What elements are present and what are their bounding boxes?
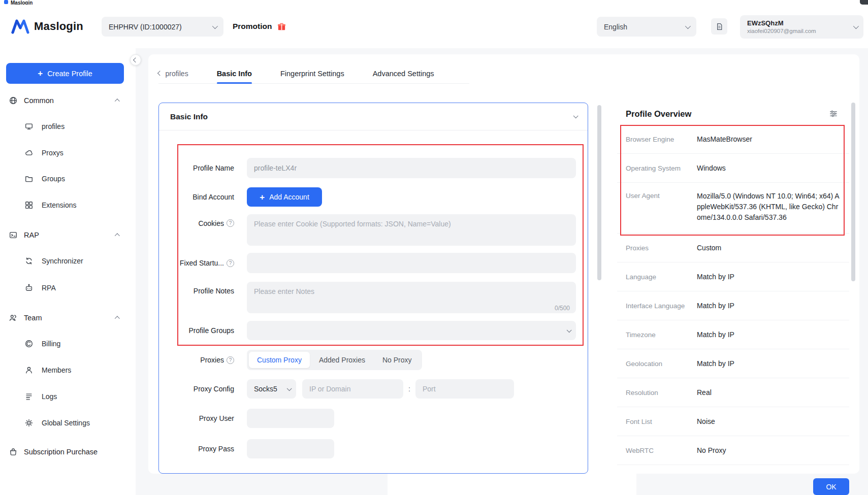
sidebar-item-label: Billing bbox=[42, 340, 60, 348]
sidebar: Create Profile Common profiles bbox=[0, 48, 136, 495]
brand: Maslogin bbox=[11, 5, 83, 48]
sidebar-item-synchronizer[interactable]: Synchronizer bbox=[0, 251, 136, 271]
team-icon bbox=[9, 313, 18, 322]
basic-info-card: Basic Info Profile Name Bind Ac bbox=[158, 103, 588, 474]
overview-label: WebRTC bbox=[626, 446, 697, 455]
tab-basic-info[interactable]: Basic Info bbox=[217, 63, 252, 83]
sidebar-collapse-button[interactable] bbox=[130, 54, 141, 65]
sidebar-item-members[interactable]: Members bbox=[0, 360, 136, 380]
add-account-button[interactable]: Add Account bbox=[247, 187, 322, 207]
back-to-profiles-link[interactable]: profiles bbox=[158, 70, 188, 78]
info-icon[interactable] bbox=[227, 219, 234, 227]
workspace-selector[interactable]: EHPHRV (ID:1000027) bbox=[102, 17, 223, 37]
info-icon[interactable] bbox=[227, 356, 234, 364]
sidebar-item-proxys[interactable]: Proxys bbox=[0, 143, 136, 163]
sidebar-section-label: Team bbox=[24, 314, 42, 322]
overview-value: Match by IP bbox=[697, 272, 842, 282]
chevron-up-icon bbox=[115, 99, 119, 104]
sidebar-section-common[interactable]: Common bbox=[0, 90, 136, 111]
overview-value: Match by IP bbox=[697, 301, 842, 311]
segment-no-proxy[interactable]: No Proxy bbox=[374, 352, 420, 368]
user-name: EWzSQhzM bbox=[747, 19, 853, 27]
profile-overview-header: Profile Overview bbox=[617, 103, 849, 125]
header: Maslogin EHPHRV (ID:1000027) Promotion E… bbox=[0, 5, 868, 48]
sidebar-item-extensions[interactable]: Extensions bbox=[0, 195, 136, 215]
sidebar-item-subscription-purchase[interactable]: Subscription Purchase bbox=[0, 442, 136, 462]
user-account-menu[interactable]: EWzSQhzM xiaofei020907@gmail.com bbox=[740, 15, 863, 39]
form-row-profile-notes: Profile Notes 0/500 bbox=[174, 282, 576, 315]
fixed-startup-input[interactable] bbox=[247, 253, 576, 273]
sidebar-item-rpa[interactable]: RPA bbox=[0, 278, 136, 298]
sidebar-item-label: profiles bbox=[42, 122, 65, 130]
overview-row-operating-system: Operating System Windows bbox=[617, 154, 849, 183]
proxy-port-input[interactable] bbox=[415, 379, 514, 399]
sidebar-item-groups[interactable]: Groups bbox=[0, 169, 136, 189]
briefcase-icon bbox=[9, 447, 18, 456]
overview-label: User Agent bbox=[626, 191, 697, 201]
sidebar-item-label: Proxys bbox=[42, 149, 63, 157]
tab-fingerprint-settings[interactable]: Fingerprint Settings bbox=[280, 63, 344, 83]
sidebar-item-global-settings[interactable]: Global Settings bbox=[0, 413, 136, 433]
sidebar-section-team[interactable]: Team bbox=[0, 308, 136, 328]
sidebar-item-profiles[interactable]: profiles bbox=[0, 116, 136, 137]
user-info: EWzSQhzM xiaofei020907@gmail.com bbox=[747, 19, 853, 35]
chevron-down-icon[interactable] bbox=[573, 115, 577, 118]
proxy-protocol-value: Socks5 bbox=[254, 385, 277, 393]
overview-label: Browser Engine bbox=[626, 135, 697, 144]
overview-row-geolocation: Geolocation Match by IP bbox=[617, 349, 849, 378]
logs-icon bbox=[24, 392, 34, 401]
document-button[interactable] bbox=[711, 18, 727, 35]
overview-scrollbar-thumb[interactable] bbox=[851, 103, 855, 281]
ok-button[interactable]: OK bbox=[813, 478, 849, 495]
field-label-proxy-config: Proxy Config bbox=[174, 379, 234, 399]
plus-icon bbox=[38, 69, 43, 78]
sidebar-item-billing[interactable]: Billing bbox=[0, 334, 136, 354]
proxy-protocol-select[interactable]: Socks5 bbox=[247, 379, 296, 399]
sidebar-section-label: RAP bbox=[24, 231, 39, 239]
overview-label: Language bbox=[626, 272, 697, 282]
main-panel: profiles Basic Info Fingerprint Settings… bbox=[148, 54, 859, 474]
overview-value: MasMateBrowser bbox=[697, 134, 842, 145]
terminal-icon bbox=[9, 230, 18, 240]
cookies-textarea[interactable] bbox=[247, 214, 576, 246]
field-label-cookies: Cookies bbox=[174, 214, 234, 246]
create-profile-button[interactable]: Create Profile bbox=[6, 63, 124, 84]
overview-label: Font List bbox=[626, 417, 697, 426]
card-scrollbar-thumb[interactable] bbox=[597, 105, 601, 280]
overview-value: Custom bbox=[697, 243, 842, 253]
maslogin-logo-icon bbox=[11, 19, 29, 34]
sidebar-item-label: RPA bbox=[42, 284, 56, 292]
form-row-proxy-user: Proxy User bbox=[174, 409, 334, 428]
field-label-profile-notes: Profile Notes bbox=[174, 282, 234, 315]
proxy-user-input[interactable] bbox=[247, 409, 334, 428]
proxy-pass-input[interactable] bbox=[247, 439, 334, 458]
sidebar-item-label: Synchronizer bbox=[42, 257, 83, 265]
segment-added-proxies[interactable]: Added Proxies bbox=[311, 352, 373, 368]
field-label-proxies: Proxies bbox=[174, 350, 234, 370]
chevron-down-icon bbox=[287, 386, 292, 390]
profile-name-input[interactable] bbox=[247, 158, 576, 178]
segment-custom-proxy[interactable]: Custom Proxy bbox=[249, 352, 310, 368]
promotion-link[interactable]: Promotion bbox=[233, 5, 286, 48]
sidebar-item-label: Members bbox=[42, 366, 71, 374]
sidebar-item-logs[interactable]: Logs bbox=[0, 386, 136, 407]
overview-label: Proxies bbox=[626, 243, 697, 253]
overview-row-interface-language: Interface Language Match by IP bbox=[617, 291, 849, 320]
field-label-proxy-pass: Proxy Pass bbox=[174, 439, 234, 458]
profile-notes-textarea[interactable] bbox=[247, 282, 576, 313]
sidebar-section-rap[interactable]: RAP bbox=[0, 225, 136, 245]
overview-row-resolution: Resolution Real bbox=[617, 378, 849, 407]
basic-info-card-header[interactable]: Basic Info bbox=[159, 103, 588, 130]
info-icon[interactable] bbox=[227, 259, 234, 267]
window-corner-fragment bbox=[860, 0, 868, 5]
field-label-profile-groups: Profile Groups bbox=[174, 321, 234, 340]
sliders-icon[interactable] bbox=[829, 109, 838, 118]
language-selector[interactable]: English bbox=[597, 17, 696, 37]
proxy-ip-input[interactable] bbox=[302, 379, 403, 399]
tab-advanced-settings[interactable]: Advanced Settings bbox=[373, 63, 434, 83]
profile-groups-select[interactable] bbox=[247, 321, 576, 340]
overview-label: Operating System bbox=[626, 163, 697, 173]
overview-value: Mozilla/5.0 (Windows NT 10.0; Win64; x64… bbox=[697, 191, 842, 223]
chevron-left-icon bbox=[133, 57, 138, 62]
sidebar-item-label: Global Settings bbox=[42, 419, 90, 427]
